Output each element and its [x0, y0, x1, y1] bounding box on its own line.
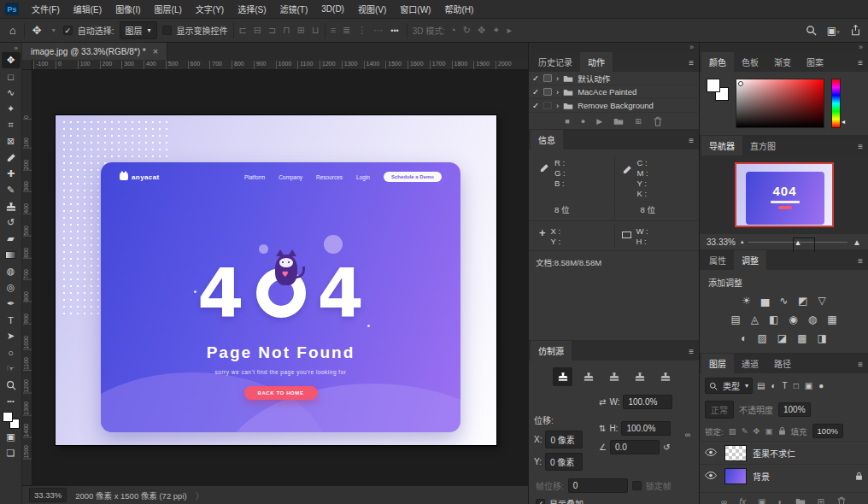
panel-collapse-icon[interactable]: » [700, 43, 868, 51]
tab-gradients[interactable]: 渐变 [766, 52, 799, 72]
search-icon[interactable] [806, 25, 817, 36]
align-bottom-icon[interactable]: ⊔ [312, 25, 320, 36]
quick-mask-icon[interactable]: ▣ [2, 429, 21, 445]
panel-menu-icon[interactable]: ≡ [689, 58, 694, 67]
scale-w-field[interactable]: 100.0% [623, 395, 672, 409]
vibrance-icon[interactable]: ▽ [818, 295, 826, 307]
auto-select-checkbox[interactable]: ✓ [63, 26, 73, 35]
dialog-toggle-icon[interactable] [543, 74, 552, 82]
clone-source-3-icon[interactable] [604, 367, 624, 386]
lock-all-icon[interactable] [778, 426, 786, 436]
move-tool-icon[interactable]: ✥ [30, 24, 44, 37]
3d-pan-icon[interactable]: ✥ [478, 25, 485, 36]
menu-window[interactable]: 窗口(W) [394, 1, 437, 17]
add-adjustment-layer-icon[interactable]: ◐ [777, 497, 783, 504]
more-options-icon[interactable]: ••• [388, 26, 401, 35]
eyedropper-tool[interactable] [2, 149, 21, 166]
eraser-tool[interactable]: ▰ [2, 231, 21, 247]
show-transform-checkbox[interactable] [162, 26, 172, 35]
shape-tool[interactable]: ○ [2, 344, 21, 360]
tab-actions[interactable]: 动作 [580, 52, 613, 72]
screen-mode-icon[interactable]: ❏ [2, 445, 21, 461]
3d-slide-icon[interactable]: ✦ [492, 25, 500, 36]
new-layer-icon[interactable]: ⊞ [818, 497, 824, 504]
photo-filter-icon[interactable]: ◉ [789, 314, 797, 325]
foreground-color-swatch[interactable] [3, 412, 13, 422]
dialog-toggle-icon[interactable] [543, 88, 552, 96]
status-chevron-icon[interactable]: 〉 [196, 489, 204, 501]
maintain-aspect-icon[interactable]: ∞ [685, 431, 690, 439]
lock-artboard-icon[interactable]: ▣ [765, 426, 773, 436]
tab-swatches[interactable]: 色板 [734, 52, 766, 72]
menu-view[interactable]: 视图(V) [352, 1, 392, 17]
gradient-tool[interactable] [2, 247, 21, 263]
curves-icon[interactable]: ∿ [779, 295, 788, 307]
clone-source-5-icon[interactable] [655, 367, 675, 386]
filter-toggle-icon[interactable]: ● [818, 381, 824, 390]
brightness-contrast-icon[interactable]: ☀ [742, 295, 751, 307]
stop-icon[interactable]: ■ [565, 117, 569, 126]
tab-channels[interactable]: 通道 [734, 354, 766, 373]
new-group-icon[interactable] [795, 496, 806, 504]
menu-layer[interactable]: 图层(L) [149, 1, 188, 17]
frame-offset-field[interactable]: 0 [568, 478, 628, 493]
expand-arrow-icon[interactable]: › [556, 101, 559, 110]
tab-history[interactable]: 历史记录 [531, 52, 580, 72]
fill-field[interactable]: 100% [812, 424, 843, 438]
offset-y-field[interactable]: 0 像素 [545, 453, 583, 471]
3d-orbit-icon[interactable]: ◔ [450, 25, 456, 36]
new-group-icon[interactable] [613, 116, 624, 126]
share-icon[interactable] [850, 25, 861, 36]
link-layers-icon[interactable]: ∞ [721, 497, 727, 504]
info-bit-depth[interactable]: 8 位 [614, 202, 700, 221]
delete-icon[interactable] [653, 116, 663, 126]
path-selection-tool[interactable]: ➤ [2, 328, 21, 344]
blend-mode-dropdown[interactable]: 正常 [705, 401, 734, 419]
action-check-icon[interactable]: ✓ [532, 101, 539, 110]
align-hcenter-icon[interactable]: ⊟ [254, 25, 261, 36]
new-action-icon[interactable]: ⊞ [635, 117, 642, 126]
action-item-macace[interactable]: ✓ › MacAce Painted [529, 85, 699, 99]
lock-frame-checkbox[interactable] [632, 481, 642, 490]
channel-mixer-icon[interactable]: ◍ [808, 314, 817, 325]
tab-histogram[interactable]: 直方图 [742, 136, 783, 155]
scale-h-field[interactable]: 100.0% [621, 421, 671, 436]
navigator-preview[interactable]: 404 [700, 155, 868, 234]
expand-arrow-icon[interactable]: › [556, 87, 559, 97]
posterize-icon[interactable]: ▨ [757, 332, 766, 344]
align-left-icon[interactable]: ⊏ [239, 25, 247, 36]
menu-type[interactable]: 文字(Y) [190, 1, 230, 17]
flip-vertical-icon[interactable]: ⇅ [599, 424, 606, 433]
tab-navigator[interactable]: 导航器 [701, 136, 742, 155]
align-top-icon[interactable]: ⊓ [283, 25, 290, 36]
hue-slider[interactable]: ◂ [831, 79, 841, 128]
filter-pixel-layers-icon[interactable]: ▤ [757, 381, 765, 390]
menu-image[interactable]: 图像(I) [109, 1, 146, 17]
align-vcenter-icon[interactable]: ⊞ [297, 25, 305, 36]
toolbar-collapse-icon[interactable]: » [15, 44, 21, 52]
action-item-default[interactable]: ✓ › 默认动作 [529, 72, 699, 85]
threshold-icon[interactable]: ◪ [777, 332, 787, 344]
menu-file[interactable]: 文件(F) [26, 1, 66, 17]
layer-visibility-icon[interactable] [705, 448, 718, 459]
lasso-tool[interactable]: ∿ [2, 85, 21, 101]
tab-patterns[interactable]: 图案 [799, 52, 831, 72]
dialog-toggle-icon[interactable] [543, 102, 552, 109]
menu-filter[interactable]: 滤镜(T) [274, 1, 314, 17]
clone-source-2-icon[interactable] [578, 367, 598, 386]
crop-tool[interactable]: ⌗ [2, 117, 21, 133]
add-mask-icon[interactable]: ▣ [758, 497, 765, 504]
filter-smart-objects-icon[interactable]: ▣ [805, 381, 812, 390]
type-tool[interactable]: T [2, 312, 21, 328]
filter-adjustment-layers-icon[interactable]: ◐ [771, 381, 776, 390]
navigator-zoom-slider[interactable]: ▲ [748, 237, 847, 247]
edit-toolbar-icon[interactable]: ••• [2, 393, 21, 409]
clone-source-4-icon[interactable] [630, 367, 649, 386]
3d-roll-icon[interactable]: ↻ [463, 25, 471, 36]
open-document-canvas[interactable]: anyacat Platform Company Resources Login… [56, 115, 496, 445]
zoom-tool[interactable] [2, 377, 21, 393]
layer-thumbnail[interactable] [724, 468, 747, 484]
pen-tool[interactable]: ✒ [2, 296, 21, 312]
healing-brush-tool[interactable]: ✚ [2, 166, 21, 182]
distribute-4-icon[interactable]: ⋯ [373, 25, 383, 36]
